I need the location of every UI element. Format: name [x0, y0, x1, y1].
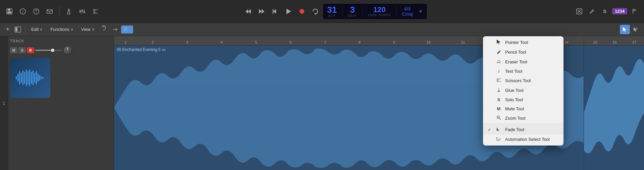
edit-menu-button[interactable]: Edit ∨ [28, 25, 46, 34]
record-button[interactable] [296, 5, 308, 17]
record-track-button[interactable]: R [27, 47, 34, 53]
top-toolbar: i ? [0, 0, 644, 23]
save-icon[interactable] [4, 6, 15, 17]
svg-point-26 [300, 9, 304, 14]
svg-rect-1 [8, 9, 10, 11]
glue-icon [496, 88, 502, 93]
link-icon [111, 26, 118, 33]
ruler-mark-2: 2 [136, 40, 170, 44]
functions-label: Functions [50, 27, 69, 32]
pan-knob[interactable] [63, 46, 72, 55]
solo-tool-label: Solo Tool [505, 97, 523, 102]
menu-item-pointer-tool[interactable]: Pointer Tool [483, 38, 564, 47]
svg-marker-68 [497, 127, 499, 131]
view-chevron: ∨ [92, 27, 94, 31]
help-icon[interactable]: ? [31, 6, 42, 17]
beat-value: 3 [350, 5, 355, 14]
solo-menu-icon: S [496, 97, 502, 102]
add-track-button[interactable]: + [3, 25, 12, 34]
functions-menu-button[interactable]: Functions ∨ [47, 25, 76, 34]
scissors-tool-label: Scissors Tool [505, 78, 531, 83]
svg-line-65 [499, 118, 501, 120]
play-button[interactable] [282, 5, 294, 17]
lcd-display: 31 BAR 3 BEAT 120 KEEP TEMPO 4/4 Cmaj ▼ [323, 3, 427, 19]
svg-rect-41 [16, 76, 17, 79]
midi-icon [102, 25, 109, 34]
menu-item-solo-tool[interactable]: S Solo Tool [483, 95, 564, 104]
lcd-chevron-icon[interactable]: ▼ [418, 9, 423, 14]
solo-track-button[interactable]: S [18, 47, 26, 53]
ruler-mark-4: 4 [205, 40, 239, 44]
menu-item-pencil-tool[interactable]: Pencil Tool [483, 47, 564, 57]
menu-divider [483, 124, 564, 124]
svg-rect-53 [36, 71, 37, 84]
right-toolbar: S 1234 [574, 6, 640, 17]
pencil-tool-label: Pencil Tool [505, 50, 526, 55]
track-thumbnail-button[interactable] [13, 25, 22, 34]
svg-marker-25 [286, 9, 291, 14]
tool-dropdown-menu: Pointer Tool Pencil Tool Eraser Tool I T… [483, 36, 564, 146]
envelope-icon[interactable] [44, 6, 55, 17]
s-button[interactable]: S [599, 6, 610, 17]
lcd-sep-1 [342, 6, 342, 17]
svg-rect-55 [39, 75, 40, 80]
divider-1 [59, 7, 59, 16]
fade-tool-label: Fade Tool [505, 127, 524, 132]
menu-item-scissors-tool[interactable]: Scissors Tool [483, 76, 564, 86]
zoom-icon [496, 115, 502, 121]
menu-item-mute-tool[interactable]: M Mute Tool [483, 104, 564, 113]
lcd-sep-2 [362, 6, 363, 17]
svg-rect-24 [273, 9, 274, 14]
ruler-mark-6: 6 [273, 40, 308, 44]
svg-rect-49 [29, 69, 30, 86]
menu-item-eraser-tool[interactable]: Eraser Tool [483, 57, 564, 67]
pencil-menu-icon [496, 49, 502, 55]
info-icon[interactable]: i [17, 6, 28, 17]
svg-rect-45 [22, 70, 23, 85]
svg-rect-33 [15, 27, 17, 32]
ruler-mark-7: 7 [308, 40, 342, 44]
secondary-tool-button[interactable] [631, 25, 641, 34]
badge-1234[interactable]: 1234 [612, 8, 627, 14]
automation-icon [496, 136, 502, 142]
menu-item-glue-tool[interactable]: Glue Tool [483, 86, 564, 95]
menu-item-automation-select-tool[interactable]: Automation Select Tool [483, 134, 564, 144]
scissors-icon[interactable] [90, 6, 101, 17]
close-button[interactable] [574, 6, 585, 17]
tool-button-group [620, 25, 641, 34]
midi-keyboard-button[interactable] [121, 25, 133, 34]
key-display: 4/4 Cmaj [402, 6, 413, 17]
volume-slider[interactable] [35, 50, 62, 51]
svg-marker-23 [273, 9, 276, 14]
right-ruler: 15 16 17 [584, 36, 644, 46]
mute-menu-icon: M [496, 106, 502, 111]
bar-value: 31 [327, 5, 337, 14]
menu-item-zoom-tool[interactable]: Zoom Tool [483, 113, 564, 123]
text-menu-icon: I [496, 69, 502, 74]
lcd-sep-3 [396, 6, 396, 17]
menu-item-text-tool[interactable]: I Text Tool [483, 67, 564, 76]
view-menu-button[interactable]: View ∨ [78, 25, 98, 34]
fast-forward-button[interactable] [256, 5, 268, 17]
flag-icon[interactable] [629, 6, 640, 17]
mixer-icon[interactable] [77, 6, 88, 17]
ruler-mark-15: 15 [585, 40, 605, 44]
pencil-edit-icon[interactable] [587, 6, 597, 17]
svg-line-17 [95, 9, 98, 10]
mute-track-button[interactable]: M [10, 47, 17, 53]
tempo-display: 120 KEEP TEMPO [368, 6, 391, 17]
svg-rect-7 [47, 10, 52, 13]
fade-icon [496, 127, 502, 132]
svg-rect-50 [31, 72, 32, 84]
cycle-button[interactable] [309, 5, 321, 17]
skip-back-button[interactable] [269, 5, 281, 17]
svg-rect-59 [497, 62, 500, 63]
pointer-tool-button[interactable] [620, 25, 630, 34]
svg-rect-46 [24, 72, 25, 84]
rewind-button[interactable] [242, 5, 254, 17]
track-controls: M S R [10, 46, 72, 55]
ruler-mark-17: 17 [625, 40, 644, 44]
svg-point-16 [94, 12, 95, 13]
menu-item-fade-tool[interactable]: ✓ Fade Tool [483, 125, 564, 134]
metronome-icon[interactable] [63, 6, 74, 17]
